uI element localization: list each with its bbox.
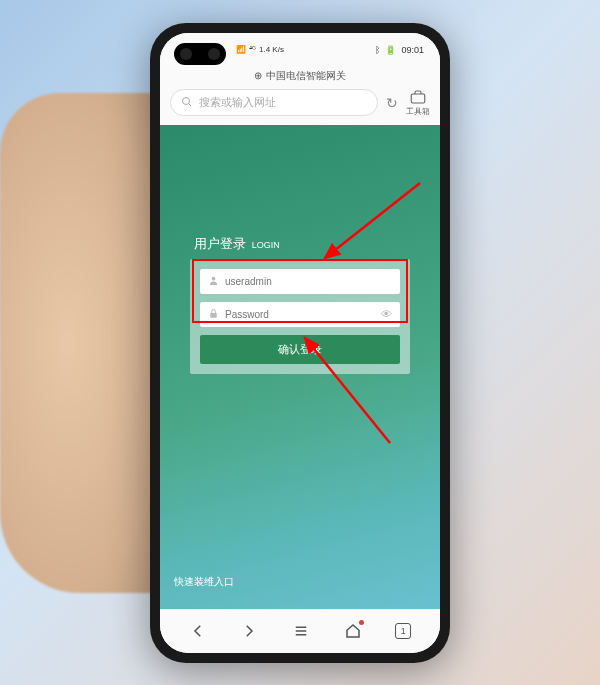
svg-rect-4 bbox=[210, 313, 216, 318]
camera-cutout bbox=[174, 43, 226, 65]
toolbox-button[interactable]: 工具箱 bbox=[406, 89, 430, 117]
password-field[interactable]: Password 👁 bbox=[200, 302, 400, 327]
signal-icon: 📶 bbox=[236, 45, 246, 54]
tab-count: 1 bbox=[395, 623, 411, 639]
login-card: 用户登录 LOGIN useradmin Password bbox=[190, 235, 410, 374]
nav-back-button[interactable] bbox=[189, 622, 207, 640]
svg-line-1 bbox=[189, 103, 192, 106]
page-title: 中国电信智能网关 bbox=[266, 69, 346, 83]
nav-forward-button[interactable] bbox=[240, 622, 258, 640]
nav-tabs-button[interactable]: 1 bbox=[395, 623, 411, 639]
notification-dot-icon bbox=[359, 620, 364, 625]
bottom-nav: 1 bbox=[160, 609, 440, 653]
refresh-button[interactable]: ↻ bbox=[384, 95, 400, 111]
toggle-password-icon[interactable]: 👁 bbox=[381, 308, 392, 320]
battery-icon: 🔋 bbox=[385, 45, 396, 55]
browser-header: ⊕ 中国电信智能网关 搜索或输入网址 ↻ bbox=[160, 63, 440, 125]
network-speed: 1.4 K/s bbox=[259, 45, 284, 54]
phone-frame: 📶 ⁴ᴳ 1.4 K/s ᛒ 🔋 09:01 ⊕ 中国电信智能网关 bbox=[150, 23, 450, 663]
toolbox-label: 工具箱 bbox=[406, 106, 430, 117]
address-bar[interactable]: 搜索或输入网址 bbox=[170, 89, 378, 116]
clock: 09:01 bbox=[401, 45, 424, 55]
login-title: 用户登录 LOGIN bbox=[190, 235, 410, 253]
username-field[interactable]: useradmin bbox=[200, 269, 400, 294]
login-submit-button[interactable]: 确认登录 bbox=[200, 335, 400, 364]
svg-point-3 bbox=[212, 276, 216, 280]
page-content: 用户登录 LOGIN useradmin Password bbox=[160, 125, 440, 609]
nav-menu-button[interactable] bbox=[292, 622, 310, 640]
lock-icon: ⊕ bbox=[254, 70, 262, 81]
lock-icon bbox=[208, 308, 219, 321]
quick-install-link[interactable]: 快速装维入口 bbox=[174, 575, 234, 589]
bluetooth-icon: ᛒ bbox=[375, 45, 380, 55]
svg-rect-2 bbox=[411, 94, 425, 103]
phone-screen: 📶 ⁴ᴳ 1.4 K/s ᛒ 🔋 09:01 ⊕ 中国电信智能网关 bbox=[160, 33, 440, 653]
password-placeholder: Password bbox=[225, 309, 375, 320]
nav-home-button[interactable] bbox=[344, 622, 362, 640]
search-icon bbox=[181, 96, 193, 110]
address-placeholder: 搜索或输入网址 bbox=[199, 95, 276, 110]
user-icon bbox=[208, 275, 219, 288]
4g-label: ⁴ᴳ bbox=[249, 45, 256, 54]
svg-point-0 bbox=[183, 97, 190, 104]
username-value: useradmin bbox=[225, 276, 392, 287]
